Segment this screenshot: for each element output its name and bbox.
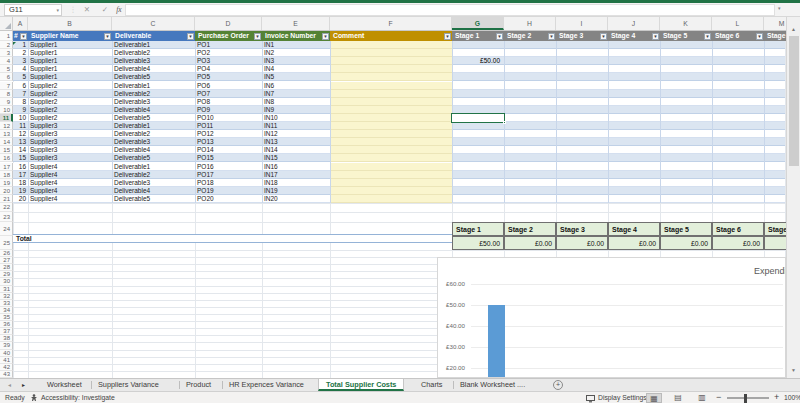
cell-E16[interactable]: IN15 [262, 154, 330, 161]
row-header-23[interactable]: 23 [0, 212, 13, 222]
cell-C14[interactable]: Deliverable3 [112, 138, 195, 145]
row-header-1[interactable]: 1 [0, 31, 13, 41]
column-header-H[interactable]: H [504, 17, 556, 30]
sheet-tab-charts[interactable]: Charts [414, 379, 450, 391]
summary-header-6[interactable]: Stage 6 [712, 222, 764, 236]
cell-F5[interactable] [330, 65, 452, 73]
cell-A15[interactable]: 14 [13, 146, 28, 153]
cell-F9[interactable] [330, 98, 452, 106]
filter-dropdown-icon[interactable]: ▼ [254, 33, 261, 40]
cell-D10[interactable]: PO9 [195, 106, 262, 113]
cell-C11[interactable]: Deliverable5 [112, 114, 195, 121]
cell-D20[interactable]: PO19 [195, 187, 262, 194]
select-all-button[interactable] [0, 17, 13, 30]
filter-dropdown-icon[interactable]: ▼ [756, 33, 763, 40]
cell-F13[interactable] [330, 130, 452, 138]
table-header-A[interactable]: #▼ [13, 31, 28, 41]
filter-dropdown-icon[interactable]: ▼ [704, 33, 711, 40]
filter-dropdown-icon[interactable]: ▼ [322, 33, 329, 40]
cell-D2[interactable]: PO1 [195, 41, 262, 48]
row-header-6[interactable]: 6 [0, 73, 13, 81]
row-header-39[interactable]: 39 [0, 342, 13, 349]
row-header-16[interactable]: 16 [0, 154, 13, 162]
filter-dropdown-icon[interactable]: ▼ [444, 33, 451, 40]
cell-F18[interactable] [330, 171, 452, 179]
column-header-D[interactable]: D [195, 17, 262, 30]
summary-header-5[interactable]: Stage 5 [660, 222, 712, 236]
page-break-view-icon[interactable]: ▥ [694, 393, 710, 403]
filter-dropdown-icon[interactable]: ▼ [20, 33, 27, 40]
cell-B5[interactable]: Supplier1 [28, 65, 112, 72]
summary-value-3[interactable]: £0.00 [556, 236, 608, 250]
row-header-34[interactable]: 34 [0, 307, 13, 314]
cell-F4[interactable] [330, 57, 452, 65]
cell-B12[interactable]: Supplier3 [28, 122, 112, 129]
cell-C7[interactable]: Deliverable1 [112, 82, 195, 89]
row-header-8[interactable]: 8 [0, 90, 13, 98]
cell-D18[interactable]: PO17 [195, 171, 262, 178]
row-header-30[interactable]: 30 [0, 278, 13, 285]
cell-A13[interactable]: 12 [13, 130, 28, 137]
summary-value-5[interactable]: £0.00 [660, 236, 712, 250]
zoom-in-button[interactable]: + [774, 392, 779, 403]
table-row[interactable]: 3Supplier1Deliverable3PO3IN3 [13, 57, 785, 65]
row-header-20[interactable]: 20 [0, 187, 13, 195]
cell-D19[interactable]: PO18 [195, 179, 262, 186]
cell-C4[interactable]: Deliverable3 [112, 57, 195, 64]
normal-view-icon[interactable]: ▦ [646, 393, 662, 403]
cell-D6[interactable]: PO5 [195, 73, 262, 80]
cell-E7[interactable]: IN6 [262, 82, 330, 89]
row-header-38[interactable]: 38 [0, 335, 13, 342]
row-header-26[interactable]: 26 [0, 250, 13, 257]
cell-A10[interactable]: 9 [13, 106, 28, 113]
row-header-33[interactable]: 33 [0, 300, 13, 307]
cell-F10[interactable] [330, 106, 452, 114]
summary-value-6[interactable]: £0.00 [712, 236, 764, 250]
cell-B9[interactable]: Supplier2 [28, 98, 112, 105]
table-header-G[interactable]: Stage 1▼ [452, 31, 504, 41]
row-header-3[interactable]: 3 [0, 49, 13, 57]
cell-E13[interactable]: IN12 [262, 130, 330, 137]
cell-F2[interactable] [330, 41, 452, 49]
table-header-J[interactable]: Stage 4▼ [608, 31, 660, 41]
column-header-A[interactable]: A [13, 17, 28, 30]
table-row[interactable]: 6Supplier2Deliverable1PO6IN6 [13, 82, 785, 90]
filter-dropdown-icon[interactable]: ▼ [600, 33, 607, 40]
row-header-7[interactable]: 7 [0, 82, 13, 90]
row-header-41[interactable]: 41 [0, 357, 13, 364]
filter-dropdown-icon[interactable]: ▼ [652, 33, 659, 40]
cell-E12[interactable]: IN11 [262, 122, 330, 129]
accessibility-icon[interactable] [30, 394, 38, 402]
row-header-31[interactable]: 31 [0, 286, 13, 293]
zoom-level[interactable]: 100% [784, 392, 800, 403]
table-row[interactable]: 7Supplier2Deliverable2PO7IN7 [13, 90, 785, 98]
cell-C16[interactable]: Deliverable5 [112, 154, 195, 161]
cell-E14[interactable]: IN13 [262, 138, 330, 145]
cell-B8[interactable]: Supplier2 [28, 90, 112, 97]
row-header-35[interactable]: 35 [0, 314, 13, 321]
summary-header-2[interactable]: Stage 2 [504, 222, 556, 236]
cell-C19[interactable]: Deliverable3 [112, 179, 195, 186]
table-row[interactable]: 4Supplier1Deliverable4PO4IN4 [13, 65, 785, 73]
cell-E2[interactable]: IN1 [262, 41, 330, 48]
cell-G4[interactable]: £50.00 [452, 57, 504, 65]
cell-C12[interactable]: Deliverable1 [112, 122, 195, 129]
sheet-tab-product[interactable]: Product [179, 379, 218, 391]
cell-E21[interactable]: IN20 [262, 195, 330, 202]
table-row[interactable]: 10Supplier2Deliverable5PO10IN10 [13, 114, 785, 122]
table-header-B[interactable]: Supplier Name▼ [28, 31, 112, 41]
cell-D11[interactable]: PO10 [195, 114, 262, 121]
cell-A21[interactable]: 20 [13, 195, 28, 202]
display-settings-icon[interactable] [586, 395, 595, 403]
summary-value-1[interactable]: £50.00 [452, 236, 504, 250]
active-cell-G11[interactable] [451, 113, 505, 123]
cell-A5[interactable]: 4 [13, 65, 28, 72]
table-row[interactable]: 13Supplier3Deliverable3PO13IN13 [13, 138, 785, 146]
scroll-down-icon[interactable]: ▼ [787, 364, 800, 376]
table-row[interactable]: 1Supplier1Deliverable1PO1IN1 [13, 41, 785, 49]
column-header-B[interactable]: B [28, 17, 112, 30]
cell-E8[interactable]: IN7 [262, 90, 330, 97]
table-header-L[interactable]: Stage 6▼ [712, 31, 764, 41]
cell-D14[interactable]: PO13 [195, 138, 262, 145]
filter-dropdown-icon[interactable]: ▼ [104, 33, 111, 40]
